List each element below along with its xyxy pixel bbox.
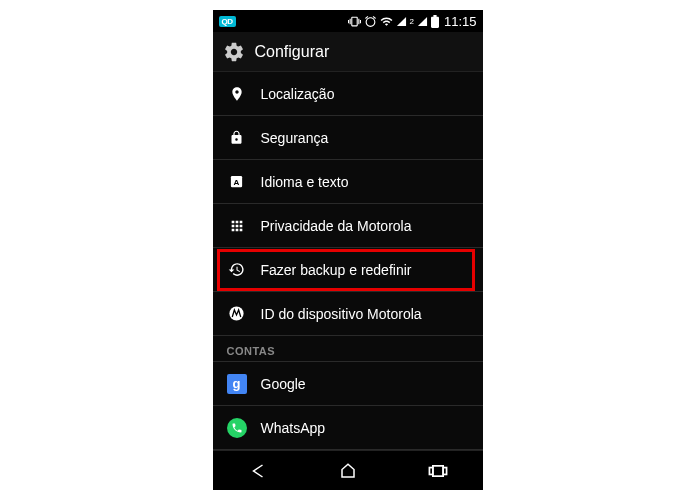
list-item-label: Idioma e texto	[261, 174, 349, 190]
recent-button[interactable]	[418, 456, 458, 486]
settings-item-device-id[interactable]: ID do dispositivo Motorola	[213, 292, 483, 336]
settings-item-location[interactable]: Localização	[213, 72, 483, 116]
status-clock: 11:15	[444, 14, 477, 29]
home-button[interactable]	[328, 456, 368, 486]
privacy-icon	[227, 218, 247, 234]
settings-item-language[interactable]: A Idioma e texto	[213, 160, 483, 204]
restore-icon	[227, 261, 247, 278]
wifi-icon	[380, 15, 393, 28]
list-item-label: Localização	[261, 86, 335, 102]
svg-rect-3	[432, 465, 442, 475]
phone-screen: QD 2 11:15	[213, 10, 483, 490]
settings-item-security[interactable]: Segurança	[213, 116, 483, 160]
list-item-label: WhatsApp	[261, 420, 326, 436]
list-item-label: Fazer backup e redefinir	[261, 262, 412, 278]
lock-icon	[227, 130, 247, 145]
list-item-label: ID do dispositivo Motorola	[261, 306, 422, 322]
list-item-label: Segurança	[261, 130, 329, 146]
vibrate-icon	[348, 15, 361, 28]
settings-item-privacy[interactable]: Privacidade da Motorola	[213, 204, 483, 248]
signal2-icon: 2	[410, 17, 414, 26]
svg-rect-4	[429, 467, 432, 474]
settings-list: Localização Segurança A Idioma e texto P…	[213, 72, 483, 450]
settings-item-backup[interactable]: Fazer backup e redefinir	[213, 248, 483, 292]
list-item-label: Google	[261, 376, 306, 392]
google-icon: g	[227, 374, 247, 394]
notification-badge-icon: QD	[219, 16, 236, 27]
signal-icon	[396, 16, 407, 27]
action-bar: Configurar	[213, 32, 483, 72]
whatsapp-icon	[227, 418, 247, 438]
svg-text:A: A	[234, 178, 240, 187]
motorola-icon	[227, 305, 247, 322]
signal-icon-2	[417, 16, 428, 27]
location-icon	[227, 86, 247, 102]
account-item-whatsapp[interactable]: WhatsApp	[213, 406, 483, 450]
list-item-label: Privacidade da Motorola	[261, 218, 412, 234]
account-item-google[interactable]: g Google	[213, 362, 483, 406]
gear-icon	[223, 41, 245, 63]
alarm-icon	[364, 15, 377, 28]
status-bar: QD 2 11:15	[213, 10, 483, 32]
section-header-accounts: CONTAS	[213, 336, 483, 362]
page-title: Configurar	[255, 43, 330, 61]
battery-icon	[431, 15, 439, 28]
language-icon: A	[227, 174, 247, 189]
back-button[interactable]	[238, 456, 278, 486]
svg-rect-5	[443, 467, 446, 474]
navigation-bar	[213, 450, 483, 490]
